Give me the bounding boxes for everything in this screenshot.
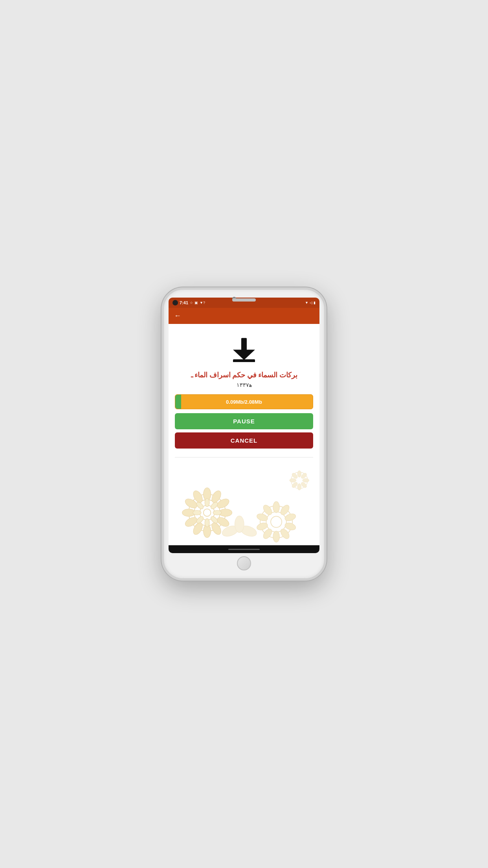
svg-point-52 [290,478,296,482]
status-time: 7:41 [180,300,188,305]
main-content: بركات السماء في حكم اسراف الماء ـ ﻫ١٣٣٧ … [169,324,319,545]
svg-point-46 [297,471,301,477]
svg-point-30 [193,510,201,515]
svg-rect-0 [241,338,247,351]
app-bar: ← [169,308,319,324]
back-button[interactable]: ← [174,312,181,320]
phone-screen: 7:41 ☆ ▣ ▼? ▼ ◁ ▮ ← [169,298,319,553]
download-icon [230,336,258,363]
svg-point-35 [273,502,279,513]
svg-point-37 [284,513,297,522]
network-dot [172,300,178,305]
signal-icon: ◁ [310,301,312,305]
home-button[interactable] [237,556,251,570]
status-right-icons: ▼ ◁ ▮ [305,301,316,305]
earpiece [232,298,256,302]
pause-button[interactable]: PAUSE [175,413,313,429]
svg-point-38 [284,522,297,531]
phone-frame: 7:41 ☆ ▣ ▼? ▼ ◁ ▮ ← [161,287,327,581]
svg-point-28 [205,519,209,527]
battery-icon: ▮ [314,301,316,305]
progress-text: 0.09Mb/2.08Mb [175,399,313,405]
svg-point-50 [297,484,301,490]
svg-point-26 [213,510,221,515]
svg-point-48 [303,478,309,482]
decorative-area [175,452,313,545]
svg-point-40 [273,531,279,542]
mandala-decoration [175,452,313,545]
status-icon-signal: ▼? [200,301,205,305]
progress-bar-container: 0.09Mb/2.08Mb [175,394,313,409]
book-subtitle: ﻫ١٣٣٧ [237,382,252,388]
cancel-button[interactable]: CANCEL [175,432,313,449]
svg-point-43 [256,513,268,522]
svg-point-42 [256,522,268,531]
svg-marker-1 [233,349,255,360]
home-indicator [228,549,260,550]
status-icon-data: ▣ [194,301,198,305]
nav-bar [169,545,319,553]
svg-point-11 [204,509,211,517]
wifi-icon: ▼ [305,301,308,305]
svg-rect-6 [233,360,255,362]
status-icon-wifi: ☆ [190,301,193,305]
download-icon-wrap [230,336,258,365]
svg-point-24 [205,498,209,507]
svg-point-56 [235,516,244,533]
svg-point-34 [271,517,282,528]
book-title: بركات السماء في حكم اسراف الماء ـ [191,370,297,380]
status-left: 7:41 ☆ ▣ ▼? [172,300,205,305]
